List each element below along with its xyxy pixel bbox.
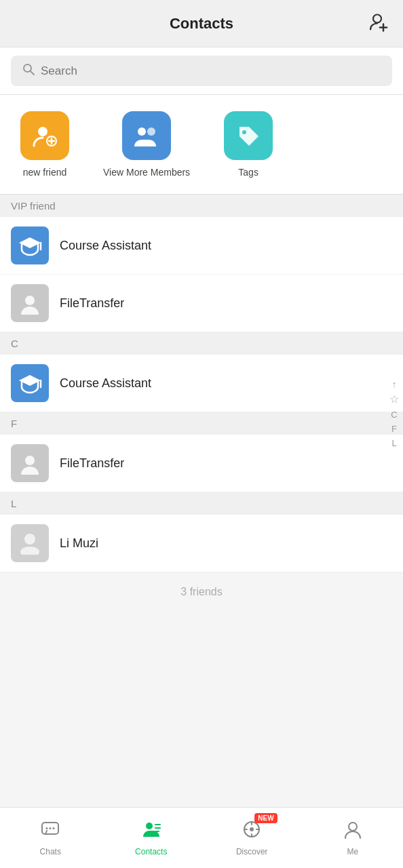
- action-new-friend[interactable]: new friend: [20, 111, 69, 178]
- svg-point-22: [146, 823, 153, 829]
- svg-point-20: [50, 827, 52, 829]
- contact-name: Course Assistant: [60, 239, 151, 253]
- header: Contacts: [0, 0, 403, 47]
- tags-label: Tags: [238, 167, 258, 178]
- contact-name: FileTransfer: [60, 296, 124, 311]
- svg-point-10: [147, 127, 155, 136]
- search-icon: [22, 62, 35, 79]
- contact-name: FileTransfer: [60, 456, 124, 471]
- add-contact-button[interactable]: [368, 10, 389, 37]
- vip-contact-filetransfer[interactable]: FileTransfer: [0, 275, 403, 332]
- new-friend-label: new friend: [23, 167, 67, 178]
- discover-label: Discover: [236, 847, 268, 856]
- index-bar-f[interactable]: F: [388, 425, 400, 433]
- chats-icon: [40, 819, 60, 844]
- new-friend-icon: [31, 121, 59, 150]
- contact-filetransfer-f[interactable]: FileTransfer: [0, 435, 403, 492]
- me-label: Me: [347, 847, 358, 856]
- svg-point-21: [53, 827, 55, 829]
- svg-point-27: [250, 827, 254, 831]
- friends-count: 3 friends: [0, 572, 403, 612]
- contacts-label: Contacts: [135, 847, 167, 856]
- avatar: [11, 284, 49, 322]
- contact-name: Course Assistant: [60, 376, 151, 391]
- contacts-icon: [141, 819, 161, 844]
- section-header-f: F: [0, 412, 403, 435]
- svg-point-11: [242, 130, 246, 134]
- section-header-c: C: [0, 332, 403, 355]
- quick-actions: new friend View More Members Tags: [0, 95, 403, 195]
- index-bar-up[interactable]: ↑: [388, 380, 400, 389]
- contact-course-assistant-c[interactable]: Course Assistant: [0, 355, 403, 412]
- nav-chats[interactable]: Chats: [0, 808, 101, 868]
- nav-me[interactable]: Me: [303, 808, 404, 868]
- nav-contacts[interactable]: Contacts: [101, 808, 202, 868]
- section-header-l: L: [0, 492, 403, 515]
- search-input[interactable]: [41, 64, 381, 78]
- contact-li-muzi-l[interactable]: Li Muzi: [0, 515, 403, 572]
- avatar: [11, 524, 49, 562]
- svg-point-32: [349, 823, 357, 831]
- index-bar-c[interactable]: C: [388, 410, 400, 419]
- tags-icon: [234, 121, 263, 150]
- nav-discover[interactable]: NEW Discover: [202, 808, 303, 868]
- action-tags[interactable]: Tags: [224, 111, 273, 178]
- avatar: [11, 226, 49, 264]
- search-bar: [0, 47, 403, 95]
- view-more-members-icon: [132, 121, 161, 151]
- add-contact-icon: [368, 10, 389, 32]
- avatar: [11, 444, 49, 482]
- bottom-spacer: [0, 612, 403, 734]
- discover-new-badge: NEW: [254, 813, 277, 823]
- view-more-members-icon-bg: [122, 111, 171, 160]
- contact-name: Li Muzi: [60, 536, 98, 551]
- svg-point-19: [46, 827, 48, 829]
- svg-point-15: [25, 456, 35, 465]
- tags-icon-bg: [224, 111, 273, 160]
- index-bar-star[interactable]: ☆: [388, 394, 400, 405]
- index-bar-l[interactable]: L: [388, 439, 400, 448]
- index-bar: ↑ ☆ C F L: [388, 380, 400, 448]
- me-icon: [343, 819, 363, 844]
- svg-line-4: [31, 71, 34, 75]
- search-inner[interactable]: [11, 56, 392, 86]
- new-friend-icon-bg: [20, 111, 69, 160]
- chats-label: Chats: [40, 847, 61, 856]
- svg-point-16: [24, 534, 35, 545]
- bottom-nav: Chats Contacts NEW Discover: [0, 807, 403, 868]
- action-view-more-members[interactable]: View More Members: [103, 111, 190, 178]
- svg-point-5: [38, 127, 47, 136]
- view-more-members-label: View More Members: [103, 167, 190, 178]
- svg-point-9: [138, 127, 146, 136]
- vip-contact-course-assistant[interactable]: Course Assistant: [0, 217, 403, 275]
- svg-point-0: [373, 14, 381, 22]
- avatar: [11, 364, 49, 402]
- svg-point-13: [25, 296, 35, 305]
- page-title: Contacts: [170, 15, 233, 33]
- vip-section-header: VIP friend: [0, 195, 403, 217]
- svg-point-17: [20, 547, 39, 555]
